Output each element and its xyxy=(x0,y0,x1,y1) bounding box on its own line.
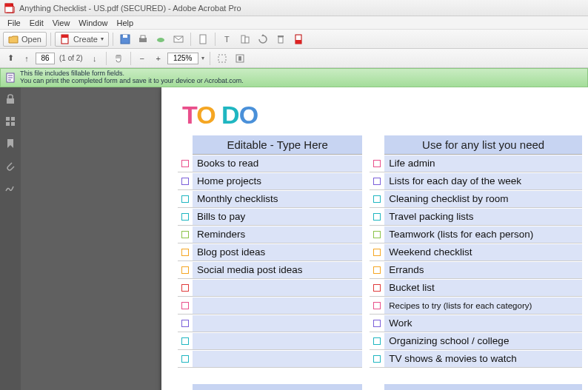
export-button[interactable] xyxy=(290,32,307,47)
zoom-in-button[interactable]: + xyxy=(151,51,166,66)
fit-page-button[interactable] xyxy=(232,51,248,66)
checklist-item-text[interactable]: Blog post ideas xyxy=(193,244,362,260)
thumbnails-icon[interactable] xyxy=(4,115,16,127)
column-header[interactable]: Editable - Type Here xyxy=(193,135,362,155)
checkbox[interactable] xyxy=(370,178,384,185)
edit-text-button[interactable]: T xyxy=(219,32,235,47)
print-button[interactable] xyxy=(135,32,151,47)
checklist-column-1: Editable - Type Here Books to readHome p… xyxy=(178,135,362,368)
checklist-item-text[interactable]: Monthly checklists xyxy=(193,191,362,207)
checkbox[interactable] xyxy=(178,266,193,274)
convert-button[interactable] xyxy=(195,32,211,47)
checklist-item-text[interactable]: Recipes to try (lists for each category) xyxy=(384,297,582,314)
checklist-item-text[interactable]: Organizing school / college xyxy=(384,333,582,349)
checklist-row: Blog post ideas xyxy=(178,243,362,261)
checkbox[interactable] xyxy=(178,231,193,238)
checkbox-icon xyxy=(181,302,189,309)
extract-button[interactable] xyxy=(237,32,253,47)
open-button[interactable]: Open xyxy=(3,32,47,47)
checkbox[interactable] xyxy=(370,284,384,292)
lock-icon[interactable] xyxy=(4,93,16,105)
zoom-out-button[interactable]: − xyxy=(135,51,150,66)
checkbox-icon xyxy=(181,231,189,238)
column-header[interactable]: Use for any list you need xyxy=(384,135,582,155)
share-button[interactable] xyxy=(153,32,169,47)
checklist-item-text[interactable]: Social media post ideas xyxy=(193,262,362,278)
checkbox[interactable] xyxy=(178,213,193,221)
checkbox[interactable] xyxy=(178,195,193,203)
column-header[interactable] xyxy=(384,384,582,390)
checklist-item-text[interactable] xyxy=(193,315,362,332)
checkbox[interactable] xyxy=(370,337,384,345)
svg-rect-5 xyxy=(123,35,127,38)
svg-rect-22 xyxy=(7,98,14,104)
hand-tool-button[interactable] xyxy=(110,51,127,66)
checklist-item-text[interactable]: Errands xyxy=(384,262,582,278)
checklist-item-text[interactable]: Travel packing lists xyxy=(384,209,582,225)
checklist-row xyxy=(178,350,362,368)
checkbox[interactable] xyxy=(370,231,384,238)
checklist-item-text[interactable]: Lists for each day of the week xyxy=(384,173,582,189)
prev-page-button[interactable]: ↑ xyxy=(19,51,34,66)
menu-file[interactable]: File xyxy=(3,19,25,27)
menu-help[interactable]: Help xyxy=(112,19,138,27)
column-header[interactable] xyxy=(193,384,362,390)
delete-button[interactable] xyxy=(273,32,289,47)
checklist-item-text[interactable]: Books to read xyxy=(193,155,362,172)
signature-icon[interactable] xyxy=(4,182,16,194)
checklist-item-text[interactable]: Life admin xyxy=(384,155,582,172)
next-page-button[interactable]: ↓ xyxy=(87,51,102,66)
checkbox[interactable] xyxy=(370,249,384,256)
menu-view[interactable]: View xyxy=(48,19,75,27)
checkbox[interactable] xyxy=(370,160,384,167)
checkbox[interactable] xyxy=(370,213,384,221)
checkbox[interactable] xyxy=(370,320,384,327)
checklist-item-text[interactable]: Reminders xyxy=(193,226,362,243)
zoom-input[interactable] xyxy=(167,53,198,64)
checkbox[interactable] xyxy=(370,266,384,274)
marquee-zoom-button[interactable] xyxy=(214,51,230,66)
title-letter: O xyxy=(239,101,258,129)
checkbox[interactable] xyxy=(178,178,193,185)
svg-rect-3 xyxy=(61,35,68,38)
checklist-item-text[interactable]: Home projects xyxy=(193,173,362,189)
checklist-row: Work xyxy=(370,315,582,332)
checklist-item-text[interactable]: Bucket list xyxy=(384,280,582,296)
rotate-button[interactable] xyxy=(255,32,271,47)
checklist-item-text[interactable] xyxy=(193,333,362,349)
checkbox[interactable] xyxy=(370,302,384,309)
title-letter: T xyxy=(182,101,196,129)
checklist-item-text[interactable]: Teamwork (lists for each person) xyxy=(384,226,582,243)
checklist-item-text[interactable]: Bills to pay xyxy=(193,209,362,225)
attachment-icon[interactable] xyxy=(4,160,16,172)
first-page-button[interactable]: ⬆ xyxy=(3,51,18,66)
checklist-item-text[interactable] xyxy=(193,351,362,367)
email-button[interactable] xyxy=(170,32,187,47)
create-button[interactable]: Create ▾ xyxy=(55,32,109,47)
checklist-row: Books to read xyxy=(178,155,362,172)
menu-edit[interactable]: Edit xyxy=(25,19,48,27)
checkbox[interactable] xyxy=(178,249,193,256)
checkbox[interactable] xyxy=(178,302,193,309)
checklist-item-text[interactable] xyxy=(193,297,362,314)
checkbox[interactable] xyxy=(178,320,193,327)
checklist-item-text[interactable]: Cleaning checklist by room xyxy=(384,191,582,207)
svg-rect-13 xyxy=(245,37,249,43)
save-button[interactable] xyxy=(117,32,133,47)
checklist-item-text[interactable]: Weekend checklist xyxy=(384,244,582,260)
checkbox[interactable] xyxy=(370,195,384,203)
checklist-item-text[interactable]: TV shows & movies to watch xyxy=(384,351,582,367)
page-number-input[interactable] xyxy=(36,53,55,64)
checkbox[interactable] xyxy=(178,160,193,167)
bookmark-icon[interactable] xyxy=(4,138,16,149)
checkbox[interactable] xyxy=(178,337,193,345)
menu-window[interactable]: Window xyxy=(74,19,112,27)
checkbox-icon xyxy=(373,266,381,274)
checklist-item-text[interactable] xyxy=(193,280,362,296)
document-viewport[interactable]: TO DO Editable - Type Here Books to read… xyxy=(21,87,588,390)
checkbox-icon xyxy=(181,320,189,327)
checkbox[interactable] xyxy=(178,284,193,292)
checklist-item-text[interactable]: Work xyxy=(384,315,582,332)
checkbox[interactable] xyxy=(370,355,384,363)
checkbox[interactable] xyxy=(178,355,193,363)
